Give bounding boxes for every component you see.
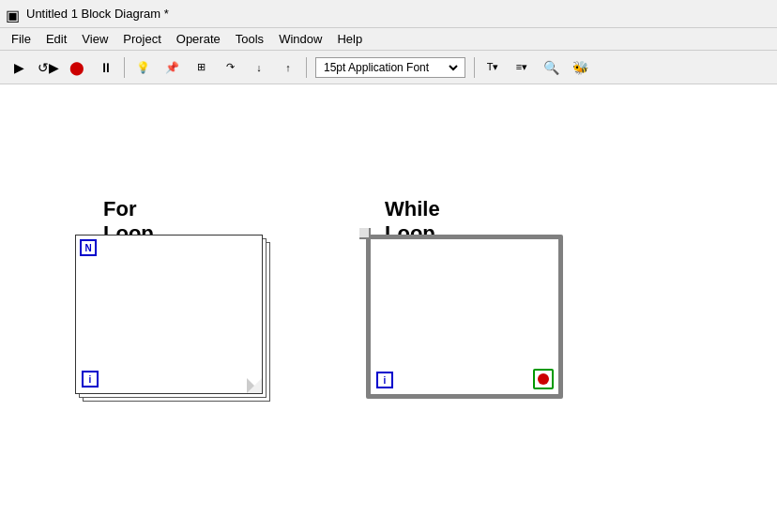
while-loop-corner xyxy=(359,228,371,239)
app-icon: ▣ xyxy=(6,7,21,22)
canvas: For Loop N i While Loop i xyxy=(0,84,777,532)
stop-button-icon xyxy=(538,373,549,385)
toolbar: ▶ ↺▶ ⬤ ⏸ 💡 📌 ⊞ ↷ ↓ ↑ 15pt Application Fo… xyxy=(0,51,777,84)
pause-button[interactable]: ⏸ xyxy=(93,55,119,80)
window-title: Untitled 1 Block Diagram * xyxy=(26,7,169,21)
retain-values-button[interactable]: 📌 xyxy=(159,55,185,80)
menu-help[interactable]: Help xyxy=(329,30,370,48)
while-loop-i-terminal[interactable]: i xyxy=(376,372,393,388)
text-settings-button[interactable]: T▾ xyxy=(480,55,506,80)
title-bar: ▣ Untitled 1 Block Diagram * xyxy=(0,0,777,28)
cleanup-button[interactable]: ⊞ xyxy=(188,55,214,80)
step-out-button[interactable]: ↑ xyxy=(275,55,301,80)
font-dropdown[interactable]: 15pt Application Font xyxy=(320,60,461,75)
while-loop-frame[interactable]: i xyxy=(366,235,563,399)
toolbar-separator-1 xyxy=(124,57,125,78)
menu-project[interactable]: Project xyxy=(115,30,168,48)
search-button[interactable]: 🔍 xyxy=(538,55,564,80)
run-button[interactable]: ▶ xyxy=(6,55,32,80)
alignment-button[interactable]: ≡▾ xyxy=(509,55,535,80)
menu-tools[interactable]: Tools xyxy=(228,30,271,48)
menu-view[interactable]: View xyxy=(74,30,115,48)
menu-bar: File Edit View Project Operate Tools Win… xyxy=(0,28,777,51)
menu-file[interactable]: File xyxy=(4,30,38,48)
for-loop-i-terminal[interactable]: i xyxy=(82,371,99,388)
step-over-button[interactable]: ↷ xyxy=(217,55,243,80)
run-continuously-button[interactable]: ↺▶ xyxy=(35,55,61,80)
abort-button[interactable]: ⬤ xyxy=(64,55,90,80)
for-loop-frame[interactable]: N i xyxy=(75,235,263,394)
help-context-button[interactable]: 🐝 xyxy=(567,55,593,80)
toolbar-separator-2 xyxy=(306,57,307,78)
menu-edit[interactable]: Edit xyxy=(38,30,74,48)
menu-operate[interactable]: Operate xyxy=(169,30,228,48)
step-into-button[interactable]: ↓ xyxy=(246,55,272,80)
toolbar-separator-3 xyxy=(474,57,475,78)
while-loop-stop-terminal[interactable] xyxy=(533,369,554,389)
menu-window[interactable]: Window xyxy=(271,30,329,48)
font-selector[interactable]: 15pt Application Font xyxy=(315,57,465,78)
for-loop-corner-fold xyxy=(247,378,262,393)
for-loop-n-terminal[interactable]: N xyxy=(80,239,97,256)
highlight-button[interactable]: 💡 xyxy=(130,55,156,80)
